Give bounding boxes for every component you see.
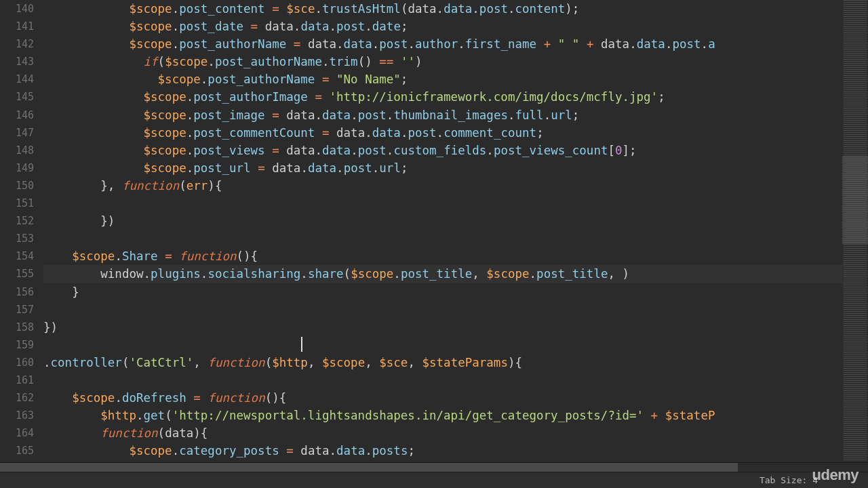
code-line[interactable]: $http.get('http://newsportal.lightsandsh… [43,407,842,424]
line-number: 146 [0,106,43,124]
code-line[interactable]: }) [43,319,842,336]
code-line[interactable]: $scope.category_posts = data.data.posts; [43,442,842,460]
line-number: 159 [0,336,43,354]
line-number: 162 [0,389,43,407]
code-line[interactable]: $scope.post_url = data.data.post.url; [43,159,842,177]
line-number: 150 [0,177,43,195]
code-line[interactable]: $scope.post_date = data.data.post.date; [43,18,842,35]
code-line[interactable] [43,371,842,389]
code-line[interactable] [43,336,842,354]
line-number: 158 [0,319,43,336]
code-line[interactable] [43,301,842,319]
line-number: 147 [0,124,43,142]
line-number: 157 [0,301,43,319]
line-number: 154 [0,247,43,265]
code-line[interactable]: }, function(err){ [43,177,842,195]
line-number: 164 [0,424,43,442]
code-line[interactable]: window.plugins.socialsharing.share($scop… [43,265,842,283]
code-line[interactable]: $scope.Share = function(){ [43,247,842,265]
code-line[interactable]: }) [43,212,842,230]
code-area[interactable]: $scope.post_content = $sce.trustAsHtml(d… [43,0,842,461]
line-number: 155 [0,265,43,283]
horizontal-scrollbar[interactable] [0,462,868,472]
code-line[interactable]: function(data){ [43,424,842,442]
code-line[interactable]: $scope.post_views = data.data.post.custo… [43,142,842,159]
code-line[interactable]: $scope.post_authorImage = 'http://ionicf… [43,88,842,106]
minimap[interactable] [842,0,868,461]
line-number: 148 [0,142,43,159]
code-line[interactable]: $scope.doRefresh = function(){ [43,389,842,407]
line-number-gutter: 1401411421431441451461471481491501511521… [0,0,43,461]
line-number: 161 [0,371,43,389]
line-number: 143 [0,53,43,70]
status-tab-size[interactable]: Tab Size: 4 [760,475,818,485]
line-number: 156 [0,283,43,301]
line-number: 152 [0,212,43,230]
code-line[interactable]: $scope.post_content = $sce.trustAsHtml(d… [43,0,842,18]
code-line[interactable]: $scope.post_authorName = data.data.post.… [43,35,842,53]
code-line[interactable]: $scope.post_commentCount = data.data.pos… [43,124,842,142]
code-line[interactable]: $scope.post_authorName = "No Name"; [43,70,842,88]
line-number: 160 [0,354,43,371]
code-line[interactable]: if($scope.post_authorName.trim() == '') [43,53,842,70]
code-line[interactable] [43,230,842,247]
line-number: 144 [0,70,43,88]
line-number: 165 [0,442,43,460]
minimap-viewport[interactable] [842,156,868,244]
line-number: 142 [0,35,43,53]
line-number: 153 [0,230,43,247]
code-line[interactable]: } [43,283,842,301]
code-line[interactable]: $scope.post_image = data.data.post.thumb… [43,106,842,124]
code-editor: 1401411421431441451461471481491501511521… [0,0,868,461]
line-number: 141 [0,18,43,35]
line-number: 163 [0,407,43,424]
status-bar: Tab Size: 4 [0,472,868,488]
line-number: 149 [0,159,43,177]
line-number: 145 [0,88,43,106]
code-line[interactable]: .controller('CatCtrl', function($http, $… [43,354,842,371]
text-cursor [301,337,302,352]
code-line[interactable] [43,195,842,212]
horizontal-scrollbar-thumb[interactable] [0,463,738,472]
line-number: 151 [0,195,43,212]
line-number: 140 [0,0,43,18]
